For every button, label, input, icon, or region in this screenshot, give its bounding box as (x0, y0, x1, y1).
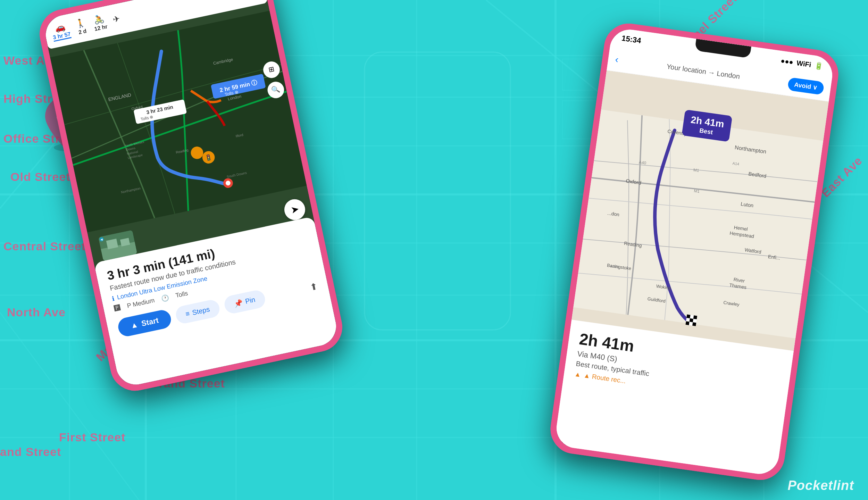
start-button[interactable]: ▲ Start (116, 308, 173, 338)
triangle-icon: ▲ (130, 320, 139, 331)
svg-rect-72 (692, 322, 696, 326)
wifi-icon: WiFi (796, 59, 812, 69)
steps-icon: ≡ (185, 310, 190, 318)
street-label-first: First Street (59, 431, 126, 444)
pin-icon: 📌 (233, 298, 243, 308)
status-icons: ●●● WiFi 🔋 (780, 56, 824, 70)
transport-car[interactable]: 🚗 3 hr 57 (50, 20, 72, 42)
flight-icon: ✈ (112, 14, 121, 25)
battery-icon: 🔋 (814, 61, 824, 70)
transport-walk[interactable]: 🚶 2 d (75, 17, 88, 36)
transport-bike[interactable]: 🚴 12 hr (92, 13, 108, 32)
back-button[interactable]: ‹ (615, 54, 619, 65)
avoid-button[interactable]: Avoid ∨ (787, 77, 825, 95)
street-label-and: and Street (0, 445, 61, 459)
transport-flight[interactable]: ✈ (112, 14, 121, 25)
info-icon1: ℹ (111, 294, 115, 302)
pocketlint-watermark: Pocketlint (787, 478, 854, 493)
svg-text:M1: M1 (694, 188, 700, 194)
svg-rect-31 (50, 11, 307, 232)
street-label-north: North Ave (7, 306, 66, 319)
share-button[interactable]: ⬆ (309, 281, 319, 293)
svg-rect-70 (690, 318, 693, 322)
clock-icon: 🕐 (160, 294, 169, 303)
steps-button[interactable]: ≡ Steps (174, 299, 221, 325)
parking-icon: 🅿 (114, 304, 121, 312)
warning-triangle-icon: ▲ (574, 370, 582, 379)
svg-text:M1: M1 (693, 167, 700, 173)
car-icon: 🚗 (54, 21, 66, 33)
bike-icon: 🚴 (93, 14, 105, 25)
walk-icon: 🚶 (75, 17, 87, 29)
pin-button[interactable]: 📌 Pin (223, 289, 267, 315)
svg-rect-69 (693, 315, 697, 319)
svg-text:A40: A40 (639, 160, 646, 166)
street-label-old: Old Street (10, 170, 70, 184)
svg-rect-71 (685, 321, 689, 325)
signal-icon: ●●● (780, 57, 794, 66)
status-time: 15:34 (621, 34, 642, 45)
street-label-central: Central Street (3, 240, 86, 253)
svg-rect-68 (686, 315, 690, 318)
svg-rect-66 (573, 110, 823, 339)
